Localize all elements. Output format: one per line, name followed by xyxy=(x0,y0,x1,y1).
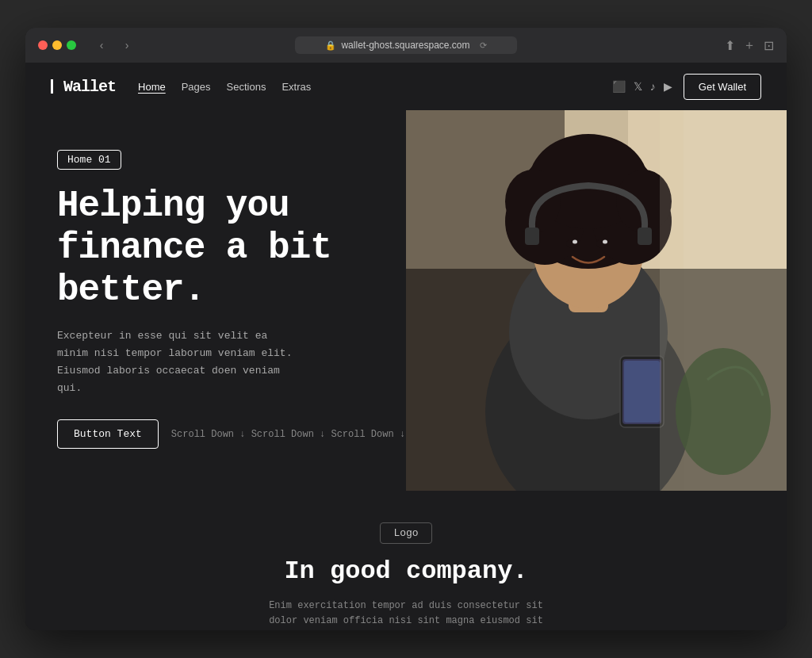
nav-item-home[interactable]: Home xyxy=(138,79,166,94)
hero-image xyxy=(406,110,787,491)
tabs-icon[interactable]: ⊡ xyxy=(764,38,774,53)
svg-point-17 xyxy=(573,240,577,244)
tiktok-icon[interactable]: ♪ xyxy=(650,80,656,93)
nav-links: Home Pages Sections Extras xyxy=(138,79,311,94)
title-bar-right: ⬆ ＋ ⊡ xyxy=(725,37,774,54)
forward-button[interactable]: › xyxy=(117,36,136,55)
svg-point-16 xyxy=(596,239,609,248)
title-bar: ‹ › 🔒 wallet-ghost.squarespace.com ⟳ ⬆ ＋… xyxy=(25,28,787,63)
maximize-button[interactable] xyxy=(67,40,76,50)
minimize-button[interactable] xyxy=(52,40,62,50)
scroll-text: Scroll Down ↓ Scroll Down ↓ Scroll Down … xyxy=(171,429,405,440)
hero-photo xyxy=(406,110,787,491)
nav-item-extras[interactable]: Extras xyxy=(282,79,311,94)
nav-item-sections[interactable]: Sections xyxy=(227,79,266,94)
company-description: Enim exercitation tempor ad duis consect… xyxy=(255,599,557,629)
nav-item-pages[interactable]: Pages xyxy=(182,79,211,94)
company-section: Logo In good company. Enim exercitation … xyxy=(25,491,787,630)
main-nav: Wallet Home Pages Sections Extras ⬛ xyxy=(25,63,787,110)
youtube-icon[interactable]: ▶ xyxy=(664,80,672,93)
nav-link-sections[interactable]: Sections xyxy=(227,81,266,93)
company-logo: Logo xyxy=(380,522,431,544)
browser-content: Wallet Home Pages Sections Extras ⬛ xyxy=(25,63,787,630)
hero-title: Helping you finance a bit better. xyxy=(57,186,374,312)
nav-right: ⬛ 𝕏 ♪ ▶ Get Wallet xyxy=(612,74,761,100)
get-wallet-button[interactable]: Get Wallet xyxy=(684,74,761,100)
hero-section: Home 01 Helping you finance a bit better… xyxy=(25,110,787,491)
address-bar[interactable]: 🔒 wallet-ghost.squarespace.com ⟳ xyxy=(295,36,517,54)
hero-description: Excepteur in esse qui sit velit ea minim… xyxy=(57,327,295,397)
url-text: wallet-ghost.squarespace.com xyxy=(341,40,469,51)
social-icons: ⬛ 𝕏 ♪ ▶ xyxy=(612,80,672,93)
lock-icon: 🔒 xyxy=(325,40,336,51)
hero-cta-button[interactable]: Button Text xyxy=(57,419,159,449)
twitter-icon[interactable]: 𝕏 xyxy=(634,80,642,93)
mac-window: ‹ › 🔒 wallet-ghost.squarespace.com ⟳ ⬆ ＋… xyxy=(25,28,787,630)
logo-bar xyxy=(51,79,53,94)
nav-link-pages[interactable]: Pages xyxy=(182,81,211,93)
hero-badge: Home 01 xyxy=(57,150,121,170)
svg-point-18 xyxy=(603,240,607,244)
site-logo[interactable]: Wallet xyxy=(51,78,116,96)
svg-point-15 xyxy=(566,239,579,248)
company-title: In good company. xyxy=(284,557,527,586)
hero-left: Home 01 Helping you finance a bit better… xyxy=(25,110,406,491)
svg-rect-25 xyxy=(660,110,787,491)
close-button[interactable] xyxy=(38,40,48,50)
nav-link-home[interactable]: Home xyxy=(138,81,166,93)
reload-icon: ⟳ xyxy=(480,40,487,51)
svg-rect-21 xyxy=(624,361,660,423)
new-tab-icon[interactable]: ＋ xyxy=(743,37,756,54)
svg-rect-22 xyxy=(525,228,539,245)
mixtape-icon[interactable]: ⬛ xyxy=(612,80,626,93)
svg-rect-23 xyxy=(638,228,652,245)
title-bar-nav: ‹ › xyxy=(92,36,136,55)
traffic-lights xyxy=(38,40,76,50)
hero-actions: Button Text Scroll Down ↓ Scroll Down ↓ … xyxy=(57,419,374,449)
share-icon[interactable]: ⬆ xyxy=(725,38,735,53)
nav-link-extras[interactable]: Extras xyxy=(282,81,311,93)
back-button[interactable]: ‹ xyxy=(92,36,111,55)
